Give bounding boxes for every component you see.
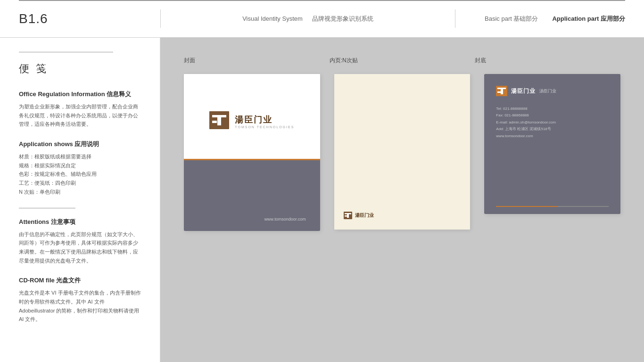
logo-en-cover: TOMSON TECHNOLOGIES xyxy=(235,125,294,129)
info-text-2: 材质：根胶版纸或根据需要选择 规格：根据实际情况自定 色彩：按规定标准色、辅助色… xyxy=(19,152,141,196)
logo-texts-cover: 湯臣门业 TOMSON TECHNOLOGIES xyxy=(235,114,294,129)
app-line-1: 材质：根胶版纸或根据需要选择 xyxy=(19,152,141,161)
label-inner: 内页:N次贴 xyxy=(330,57,475,65)
content-area: 封面 内页:N次贴 封底 xyxy=(160,38,644,362)
main: 便 笺 Office Regulation Information 信息释义 为… xyxy=(0,38,644,362)
info-heading-1: Office Regulation Information 信息释义 xyxy=(19,90,141,99)
card-front-cover: 湯臣门业 TOMSON TECHNOLOGIES www.tomsondoor.… xyxy=(184,74,320,231)
nav-basic[interactable]: Basic part 基础部分 xyxy=(485,15,538,23)
app-line-2: 规格：根据实际情况自定 xyxy=(19,161,141,170)
back-web: www.tomsondoor.com xyxy=(496,133,609,140)
header-title-en: Visual Identity System xyxy=(242,15,303,22)
header-top-line xyxy=(19,0,625,1)
header-left: B1.6 xyxy=(19,11,179,26)
header-divider-v xyxy=(160,9,161,28)
back-tel: Tel: 021-88868888 xyxy=(496,106,609,112)
app-line-3: 色彩：按规定标准色、辅助色应用 xyxy=(19,170,141,179)
back-add: Add: 上海市 松浦区 泥城镇518号 xyxy=(496,126,609,132)
app-line-4: 工艺：便笺纸：四色印刷 xyxy=(19,179,141,188)
cards-row: 湯臣门业 TOMSON TECHNOLOGIES www.tomsondoor.… xyxy=(184,74,620,231)
cover-url: www.tomsondoor.com xyxy=(264,217,306,222)
info-block-4: CD-ROM file 光盘文件 光盘文件是本 VI 手册电子文件的集合，内含手… xyxy=(19,276,141,324)
svg-rect-2 xyxy=(217,115,221,125)
card-inner-bottom: 湯臣门业 xyxy=(334,201,471,230)
back-info: Tel: 021-88868888 Fax: 021-88868888 E-ma… xyxy=(496,106,609,140)
back-logo-sub: 汤臣门业 xyxy=(539,88,556,94)
info-heading-2: Application shows 应用说明 xyxy=(19,140,141,148)
back-logo-row: 湯臣门业 汤臣门业 xyxy=(496,86,609,96)
back-accent-bar xyxy=(496,206,609,207)
svg-rect-3 xyxy=(212,121,217,123)
sidebar-top-line xyxy=(19,52,113,52)
label-cover: 封面 xyxy=(184,57,330,65)
card-back: 湯臣门业 汤臣门业 Tel: 021-88868888 Fax: 021-888… xyxy=(484,74,620,214)
back-email: E-mail: admin.sh@tomsondoor.com xyxy=(496,119,609,126)
info-text-4: 光盘文件是本 VI 手册电子文件的集合，内含手册制作时的专用软件格式文件。其中 … xyxy=(19,288,141,324)
label-back: 封底 xyxy=(475,57,620,65)
info-block-1: Office Regulation Information 信息释义 为塑造企业… xyxy=(19,90,141,129)
inner-logo-cn: 湯臣门业 xyxy=(355,212,374,219)
inner-logo-small: 湯臣门业 xyxy=(344,212,374,219)
sidebar: 便 笺 Office Regulation Information 信息释义 为… xyxy=(0,38,160,362)
card-inner: 湯臣门业 xyxy=(334,74,471,230)
info-block-2: Application shows 应用说明 材质：根胶版纸或根据需要选择 规格… xyxy=(19,140,141,196)
card-back-main: 湯臣门业 汤臣门业 Tel: 021-88868888 Fax: 021-888… xyxy=(484,74,620,201)
nav-application[interactable]: Application part 应用部分 xyxy=(552,15,625,23)
svg-rect-11 xyxy=(497,91,501,93)
card-cover-top: 湯臣门业 TOMSON TECHNOLOGIES xyxy=(184,74,320,159)
page-code: B1.6 xyxy=(19,11,48,26)
info-heading-3: Attentions 注意事项 xyxy=(19,218,141,226)
app-line-5: N 次贴：单色印刷 xyxy=(19,188,141,197)
divider-line xyxy=(19,208,75,208)
header-divider-v2 xyxy=(455,9,455,28)
info-heading-4: CD-ROM file 光盘文件 xyxy=(19,276,141,285)
back-fax: Fax: 021-88868888 xyxy=(496,112,609,119)
sidebar-page-title: 便 笺 xyxy=(19,62,141,76)
header-right: Basic part 基础部分 Application part 应用部分 xyxy=(437,15,625,23)
info-text-3: 由于信息的不确定性，此页部分规范（如文字大小、间距等）可作为参考使用，具体可根据… xyxy=(19,230,141,265)
info-text-1: 为塑造企业新形象，加强企业内部管理，配合企业商务礼仪规范，特设计各种办公系统用品… xyxy=(19,102,141,129)
header: B1.6 Visual Identity System 品牌视觉形象识别系统 B… xyxy=(0,0,644,38)
svg-rect-10 xyxy=(501,88,503,94)
tomson-logo-cover: 湯臣门业 TOMSON TECHNOLOGIES xyxy=(209,111,294,131)
svg-rect-6 xyxy=(347,213,349,218)
header-title-cn: 品牌视觉形象识别系统 xyxy=(312,15,373,23)
card-inner-top xyxy=(334,74,471,201)
card-back-bottom xyxy=(484,201,620,214)
back-logo-cn: 湯臣门业 xyxy=(511,87,536,95)
info-block-3: Attentions 注意事项 由于信息的不确定性，此页部分规范（如文字大小、间… xyxy=(19,218,141,265)
labels-row: 封面 内页:N次贴 封底 xyxy=(184,57,620,65)
logo-cn-cover: 湯臣门业 xyxy=(235,114,294,125)
svg-rect-7 xyxy=(345,215,347,217)
card-cover-bottom: www.tomsondoor.com xyxy=(184,160,320,231)
header-center: Visual Identity System 品牌视觉形象识别系统 xyxy=(179,15,437,23)
logo-mark-cover xyxy=(209,111,229,131)
